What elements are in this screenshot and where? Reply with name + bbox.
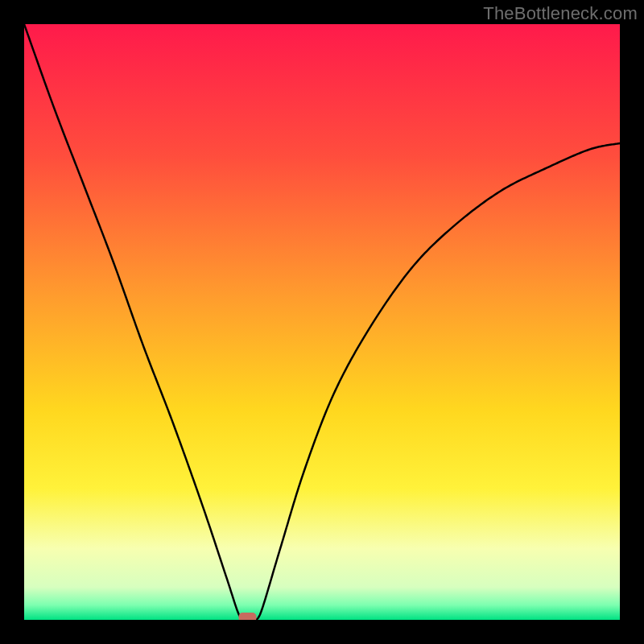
gradient-background [24,24,620,620]
bottleneck-chart [24,24,620,620]
watermark-text: TheBottleneck.com [483,3,638,24]
chart-frame: TheBottleneck.com [0,0,644,644]
minimum-marker [239,613,257,620]
